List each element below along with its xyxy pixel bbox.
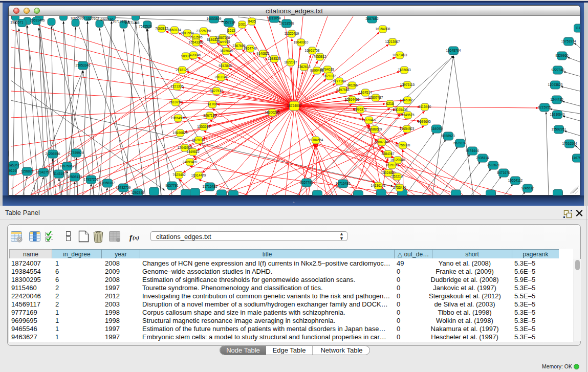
svg-text:2718126: 2718126 <box>176 68 189 72</box>
svg-text:9329966: 9329966 <box>555 54 569 57</box>
svg-text:114519: 114519 <box>53 172 64 176</box>
svg-text:19654983: 19654983 <box>171 116 186 120</box>
svg-text:2803144: 2803144 <box>214 75 228 79</box>
svg-text:1117: 1117 <box>575 26 580 30</box>
svg-text:8878332: 8878332 <box>192 138 205 142</box>
svg-text:23226058: 23226058 <box>197 29 211 33</box>
svg-text:16053809: 16053809 <box>207 17 222 20</box>
svg-text:14136141: 14136141 <box>371 184 386 187</box>
svg-text:15751974: 15751974 <box>561 39 576 43</box>
svg-text:1615132: 1615132 <box>385 163 399 167</box>
svg-text:20364436: 20364436 <box>345 98 360 101</box>
svg-text:6216: 6216 <box>386 102 394 105</box>
svg-text:7625402: 7625402 <box>172 173 186 177</box>
svg-text:9657791: 9657791 <box>300 181 313 184</box>
svg-text:1621022: 1621022 <box>323 74 336 78</box>
svg-text:10958107: 10958107 <box>100 181 115 185</box>
svg-text:9657791: 9657791 <box>165 184 179 187</box>
svg-text:18975867: 18975867 <box>60 164 75 168</box>
svg-text:21867546: 21867546 <box>215 36 230 39</box>
svg-text:16154808: 16154808 <box>376 27 390 31</box>
svg-text:746266: 746266 <box>346 83 358 87</box>
svg-text:98901: 98901 <box>181 54 190 58</box>
svg-text:9115460: 9115460 <box>419 105 431 108</box>
svg-text:20206556: 20206556 <box>46 152 60 156</box>
svg-text:9327505: 9327505 <box>189 35 203 39</box>
svg-text:6497568: 6497568 <box>336 88 350 92</box>
svg-text:6679197: 6679197 <box>453 141 467 145</box>
svg-text:3267130: 3267130 <box>203 114 216 117</box>
svg-text:19463627: 19463627 <box>400 98 415 102</box>
svg-text:1221336: 1221336 <box>170 84 184 88</box>
svg-text:25053346: 25053346 <box>76 63 91 67</box>
svg-text:24099489: 24099489 <box>183 160 198 164</box>
svg-text:1061: 1061 <box>238 23 246 26</box>
svg-text:7955812: 7955812 <box>313 55 326 58</box>
svg-text:845061: 845061 <box>9 163 19 167</box>
svg-text:(x): (x) <box>133 234 139 241</box>
svg-text:15720407: 15720407 <box>362 118 377 122</box>
svg-text:8660124: 8660124 <box>168 28 181 32</box>
svg-text:15716485: 15716485 <box>203 185 217 188</box>
svg-text:10655267: 10655267 <box>71 16 85 20</box>
svg-text:18300295: 18300295 <box>265 111 280 114</box>
svg-text:39159: 39159 <box>9 169 16 172</box>
svg-text:10973493: 10973493 <box>393 53 407 57</box>
svg-text:1613: 1613 <box>228 29 235 32</box>
svg-text:12942757: 12942757 <box>36 170 51 174</box>
svg-text:16961758: 16961758 <box>305 49 320 52</box>
svg-text:12505135: 12505135 <box>68 175 82 179</box>
svg-text:6966160: 6966160 <box>100 18 114 21</box>
svg-text:1292344: 1292344 <box>131 191 144 194</box>
svg-text:17957253: 17957253 <box>84 178 99 181</box>
svg-text:7632621: 7632621 <box>487 163 500 167</box>
svg-text:7663822: 7663822 <box>155 27 168 30</box>
svg-text:9427512: 9427512 <box>210 89 223 93</box>
svg-text:2935114: 2935114 <box>476 156 489 160</box>
svg-text:9242848: 9242848 <box>219 64 232 68</box>
svg-text:8435: 8435 <box>248 19 256 23</box>
svg-text:13975115: 13975115 <box>400 83 415 86</box>
svg-text:164095: 164095 <box>431 127 442 130</box>
svg-text:2687682: 2687682 <box>365 17 379 20</box>
svg-text:9699695: 9699695 <box>418 120 431 123</box>
svg-text:8813054: 8813054 <box>268 16 281 20</box>
svg-text:7357234: 7357234 <box>222 20 235 24</box>
svg-text:2986372: 2986372 <box>354 107 367 111</box>
svg-text:16914479: 16914479 <box>191 173 206 177</box>
svg-text:20691406: 20691406 <box>30 18 45 22</box>
svg-text:9474444: 9474444 <box>466 149 479 152</box>
svg-text:1244415: 1244415 <box>550 98 563 101</box>
svg-text:16671355: 16671355 <box>125 21 140 25</box>
svg-text:1353594: 1353594 <box>197 125 210 128</box>
svg-text:1549575: 1549575 <box>401 113 415 117</box>
svg-text:3684067: 3684067 <box>381 152 395 156</box>
svg-text:7485063: 7485063 <box>398 68 411 72</box>
svg-text:10688609: 10688609 <box>367 127 382 131</box>
svg-text:12213967: 12213967 <box>385 40 400 43</box>
svg-text:8454749: 8454749 <box>244 47 257 50</box>
svg-text:16120746: 16120746 <box>390 158 405 162</box>
svg-text:20756928: 20756928 <box>396 143 410 147</box>
svg-text:6794028: 6794028 <box>321 68 334 71</box>
svg-text:16648784: 16648784 <box>446 49 461 52</box>
svg-text:9146821: 9146821 <box>256 52 270 55</box>
svg-text:1588520: 1588520 <box>268 57 281 60</box>
svg-text:17359924: 17359924 <box>69 151 84 155</box>
svg-text:10654112: 10654112 <box>508 179 523 182</box>
svg-text:1905571: 1905571 <box>10 20 24 24</box>
svg-text:41700: 41700 <box>208 102 217 106</box>
svg-text:252214: 252214 <box>391 174 403 178</box>
svg-text:1733426: 1733426 <box>393 186 406 189</box>
svg-text:12093823: 12093823 <box>548 83 563 86</box>
svg-text:19384554: 19384554 <box>309 138 323 142</box>
svg-text:8912954: 8912954 <box>181 31 194 35</box>
svg-text:3875645: 3875645 <box>220 49 233 53</box>
svg-text:16543362: 16543362 <box>189 40 204 44</box>
svg-text:18807249: 18807249 <box>375 140 389 144</box>
svg-text:1822037: 1822037 <box>284 60 297 64</box>
svg-text:9227343: 9227343 <box>551 68 564 72</box>
svg-text:7515526: 7515526 <box>139 25 152 28</box>
svg-text:1610755: 1610755 <box>169 100 182 104</box>
svg-text:1362615: 1362615 <box>297 65 311 69</box>
